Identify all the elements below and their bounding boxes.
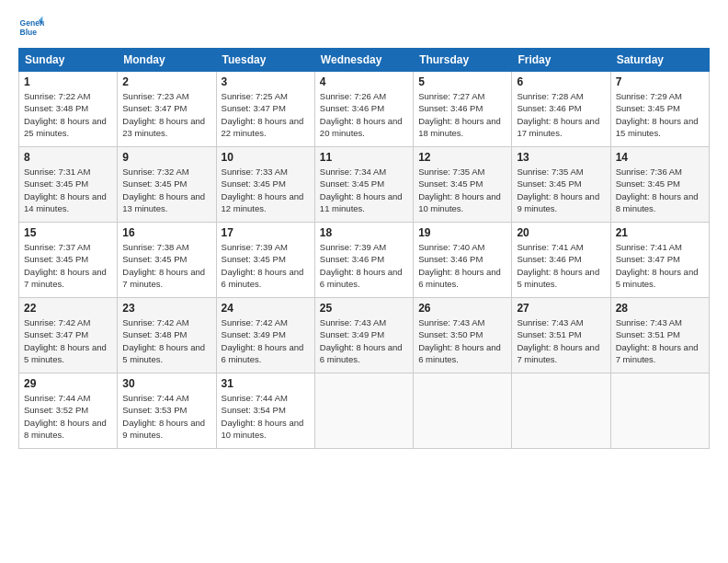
day-cell: 2 Sunrise: 7:23 AM Sunset: 3:47 PM Dayli… bbox=[118, 72, 216, 147]
day-number: 19 bbox=[418, 226, 506, 239]
day-cell: 20 Sunrise: 7:41 AM Sunset: 3:46 PM Dayl… bbox=[512, 223, 610, 298]
day-cell: 23 Sunrise: 7:42 AM Sunset: 3:48 PM Dayl… bbox=[118, 298, 216, 373]
week-row-4: 22 Sunrise: 7:42 AM Sunset: 3:47 PM Dayl… bbox=[19, 298, 710, 373]
day-cell: 15 Sunrise: 7:37 AM Sunset: 3:45 PM Dayl… bbox=[19, 223, 118, 298]
day-number: 26 bbox=[418, 302, 506, 315]
day-number: 27 bbox=[517, 302, 605, 315]
day-number: 24 bbox=[222, 302, 310, 315]
day-cell: 9 Sunrise: 7:32 AM Sunset: 3:45 PM Dayli… bbox=[118, 147, 216, 223]
day-cell: 6 Sunrise: 7:28 AM Sunset: 3:46 PM Dayli… bbox=[512, 72, 610, 147]
day-cell: 11 Sunrise: 7:34 AM Sunset: 3:45 PM Dayl… bbox=[314, 147, 413, 223]
day-number: 11 bbox=[320, 151, 408, 164]
day-number: 15 bbox=[24, 226, 112, 239]
day-cell: 12 Sunrise: 7:35 AM Sunset: 3:45 PM Dayl… bbox=[414, 147, 512, 223]
day-cell bbox=[512, 373, 610, 449]
day-cell: 27 Sunrise: 7:43 AM Sunset: 3:51 PM Dayl… bbox=[512, 298, 610, 373]
day-cell: 4 Sunrise: 7:26 AM Sunset: 3:46 PM Dayli… bbox=[314, 72, 413, 147]
day-info: Sunrise: 7:39 AM Sunset: 3:46 PM Dayligh… bbox=[320, 241, 408, 290]
day-info: Sunrise: 7:40 AM Sunset: 3:46 PM Dayligh… bbox=[418, 241, 506, 290]
day-info: Sunrise: 7:34 AM Sunset: 3:45 PM Dayligh… bbox=[320, 166, 408, 214]
day-info: Sunrise: 7:28 AM Sunset: 3:46 PM Dayligh… bbox=[517, 90, 605, 139]
day-cell: 22 Sunrise: 7:42 AM Sunset: 3:47 PM Dayl… bbox=[19, 298, 118, 373]
day-number: 12 bbox=[418, 151, 506, 164]
day-number: 1 bbox=[24, 75, 112, 88]
day-number: 4 bbox=[320, 75, 408, 88]
day-info: Sunrise: 7:27 AM Sunset: 3:46 PM Dayligh… bbox=[418, 90, 506, 139]
day-info: Sunrise: 7:44 AM Sunset: 3:53 PM Dayligh… bbox=[122, 392, 210, 441]
day-info: Sunrise: 7:25 AM Sunset: 3:47 PM Dayligh… bbox=[222, 90, 310, 139]
calendar-table: SundayMondayTuesdayWednesdayThursdayFrid… bbox=[18, 48, 710, 449]
day-number: 30 bbox=[122, 377, 210, 390]
day-info: Sunrise: 7:41 AM Sunset: 3:47 PM Dayligh… bbox=[616, 241, 704, 290]
day-cell: 8 Sunrise: 7:31 AM Sunset: 3:45 PM Dayli… bbox=[19, 147, 118, 223]
day-header-monday: Monday bbox=[118, 49, 216, 72]
day-info: Sunrise: 7:44 AM Sunset: 3:52 PM Dayligh… bbox=[24, 392, 112, 441]
day-info: Sunrise: 7:41 AM Sunset: 3:46 PM Dayligh… bbox=[517, 241, 605, 290]
day-number: 22 bbox=[24, 302, 112, 315]
day-header-row: SundayMondayTuesdayWednesdayThursdayFrid… bbox=[19, 49, 710, 72]
svg-text:Blue: Blue bbox=[20, 28, 38, 37]
day-info: Sunrise: 7:38 AM Sunset: 3:45 PM Dayligh… bbox=[122, 241, 210, 290]
day-info: Sunrise: 7:35 AM Sunset: 3:45 PM Dayligh… bbox=[517, 166, 605, 214]
day-number: 10 bbox=[222, 151, 310, 164]
day-cell: 10 Sunrise: 7:33 AM Sunset: 3:45 PM Dayl… bbox=[216, 147, 314, 223]
day-cell: 31 Sunrise: 7:44 AM Sunset: 3:54 PM Dayl… bbox=[216, 373, 314, 449]
day-number: 17 bbox=[222, 226, 310, 239]
day-number: 5 bbox=[418, 75, 506, 88]
day-number: 18 bbox=[320, 226, 408, 239]
day-info: Sunrise: 7:37 AM Sunset: 3:45 PM Dayligh… bbox=[24, 241, 112, 290]
day-cell: 3 Sunrise: 7:25 AM Sunset: 3:47 PM Dayli… bbox=[216, 72, 314, 147]
day-number: 23 bbox=[122, 302, 210, 315]
day-cell bbox=[314, 373, 413, 449]
day-info: Sunrise: 7:35 AM Sunset: 3:45 PM Dayligh… bbox=[418, 166, 506, 214]
day-info: Sunrise: 7:42 AM Sunset: 3:48 PM Dayligh… bbox=[122, 316, 210, 365]
day-number: 29 bbox=[24, 377, 112, 390]
week-row-3: 15 Sunrise: 7:37 AM Sunset: 3:45 PM Dayl… bbox=[19, 223, 710, 298]
day-info: Sunrise: 7:26 AM Sunset: 3:46 PM Dayligh… bbox=[320, 90, 408, 139]
day-info: Sunrise: 7:43 AM Sunset: 3:50 PM Dayligh… bbox=[418, 316, 506, 365]
day-number: 28 bbox=[616, 302, 704, 315]
day-info: Sunrise: 7:42 AM Sunset: 3:47 PM Dayligh… bbox=[24, 316, 112, 365]
day-cell: 28 Sunrise: 7:43 AM Sunset: 3:51 PM Dayl… bbox=[610, 298, 709, 373]
day-info: Sunrise: 7:32 AM Sunset: 3:45 PM Dayligh… bbox=[122, 166, 210, 214]
day-cell: 19 Sunrise: 7:40 AM Sunset: 3:46 PM Dayl… bbox=[414, 223, 512, 298]
week-row-1: 1 Sunrise: 7:22 AM Sunset: 3:48 PM Dayli… bbox=[19, 72, 710, 147]
day-info: Sunrise: 7:22 AM Sunset: 3:48 PM Dayligh… bbox=[24, 90, 112, 139]
day-cell: 13 Sunrise: 7:35 AM Sunset: 3:45 PM Dayl… bbox=[512, 147, 610, 223]
day-header-thursday: Thursday bbox=[414, 49, 512, 72]
day-cell bbox=[414, 373, 512, 449]
day-cell: 21 Sunrise: 7:41 AM Sunset: 3:47 PM Dayl… bbox=[610, 223, 709, 298]
week-row-5: 29 Sunrise: 7:44 AM Sunset: 3:52 PM Dayl… bbox=[19, 373, 710, 449]
day-header-wednesday: Wednesday bbox=[314, 49, 413, 72]
day-number: 25 bbox=[320, 302, 408, 315]
day-number: 9 bbox=[122, 151, 210, 164]
day-cell: 29 Sunrise: 7:44 AM Sunset: 3:52 PM Dayl… bbox=[19, 373, 118, 449]
day-number: 21 bbox=[616, 226, 704, 239]
day-info: Sunrise: 7:31 AM Sunset: 3:45 PM Dayligh… bbox=[24, 166, 112, 214]
day-cell: 7 Sunrise: 7:29 AM Sunset: 3:45 PM Dayli… bbox=[610, 72, 709, 147]
day-info: Sunrise: 7:36 AM Sunset: 3:45 PM Dayligh… bbox=[616, 166, 704, 214]
day-cell: 25 Sunrise: 7:43 AM Sunset: 3:49 PM Dayl… bbox=[314, 298, 413, 373]
day-number: 20 bbox=[517, 226, 605, 239]
day-cell: 26 Sunrise: 7:43 AM Sunset: 3:50 PM Dayl… bbox=[414, 298, 512, 373]
day-info: Sunrise: 7:42 AM Sunset: 3:49 PM Dayligh… bbox=[222, 316, 310, 365]
day-info: Sunrise: 7:39 AM Sunset: 3:45 PM Dayligh… bbox=[222, 241, 310, 290]
day-cell: 17 Sunrise: 7:39 AM Sunset: 3:45 PM Dayl… bbox=[216, 223, 314, 298]
day-header-saturday: Saturday bbox=[610, 49, 709, 72]
week-row-2: 8 Sunrise: 7:31 AM Sunset: 3:45 PM Dayli… bbox=[19, 147, 710, 223]
day-number: 31 bbox=[222, 377, 310, 390]
day-header-tuesday: Tuesday bbox=[216, 49, 314, 72]
general-blue-logo-icon: General Blue bbox=[18, 15, 44, 40]
day-number: 14 bbox=[616, 151, 704, 164]
day-info: Sunrise: 7:29 AM Sunset: 3:45 PM Dayligh… bbox=[616, 90, 704, 139]
day-info: Sunrise: 7:43 AM Sunset: 3:49 PM Dayligh… bbox=[320, 316, 408, 365]
day-cell: 30 Sunrise: 7:44 AM Sunset: 3:53 PM Dayl… bbox=[118, 373, 216, 449]
day-info: Sunrise: 7:43 AM Sunset: 3:51 PM Dayligh… bbox=[517, 316, 605, 365]
day-header-sunday: Sunday bbox=[19, 49, 118, 72]
day-cell: 16 Sunrise: 7:38 AM Sunset: 3:45 PM Dayl… bbox=[118, 223, 216, 298]
day-cell: 5 Sunrise: 7:27 AM Sunset: 3:46 PM Dayli… bbox=[414, 72, 512, 147]
day-number: 13 bbox=[517, 151, 605, 164]
day-number: 8 bbox=[24, 151, 112, 164]
day-cell: 14 Sunrise: 7:36 AM Sunset: 3:45 PM Dayl… bbox=[610, 147, 709, 223]
day-cell: 18 Sunrise: 7:39 AM Sunset: 3:46 PM Dayl… bbox=[314, 223, 413, 298]
